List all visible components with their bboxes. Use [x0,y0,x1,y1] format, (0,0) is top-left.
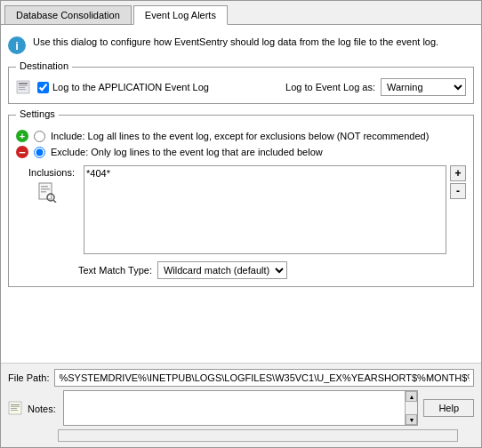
text-match-dropdown[interactable]: Wildcard match (default) Exact match Reg… [157,261,287,279]
settings-group: Settings Include: Log all lines to the e… [8,115,474,287]
bottom-area: File Path: Notes: ▲ ▼ Help [1,363,481,447]
svg-rect-6 [41,186,48,188]
destination-group: Destination Log to the APPLICATION Event… [8,67,474,104]
tab-event-log-alerts[interactable]: Event Log Alerts [133,5,228,25]
notes-hscroll-row [8,429,474,442]
tab-database-consolidation[interactable]: Database Consolidation [4,5,132,25]
file-path-row: File Path: [8,369,474,387]
notes-vscroll: ▲ ▼ [405,391,417,425]
add-inclusion-button[interactable]: + [450,165,466,181]
svg-rect-8 [41,191,46,193]
log-as-label: Log to Event Log as: Warning Information… [285,78,466,96]
log-as-dropdown[interactable]: Warning Information Error Success Audit … [381,78,466,96]
inclusions-textarea[interactable]: *404* [84,165,446,254]
exclude-radio[interactable] [34,147,45,158]
help-button[interactable]: Help [423,399,474,417]
svg-rect-14 [11,408,17,409]
svg-line-10 [53,200,56,203]
main-window: Database Consolidation Event Log Alerts … [0,0,482,448]
inclusions-row: Inclusions: *404* [16,165,466,254]
include-radio[interactable] [34,131,45,142]
app-event-log-checkbox-label[interactable]: Log to the APPLICATION Event Log [37,82,209,93]
inclusions-label: Inclusions: [16,167,78,178]
main-content: i Use this dialog to configure how Event… [1,25,481,363]
include-radio-row: Include: Log all lines to the event log,… [16,130,466,142]
notes-scroll-down[interactable]: ▼ [406,414,417,425]
text-area-col: *404* + - [84,165,466,254]
exclude-radio-row: Exclude: Only log lines to the event log… [16,146,466,158]
exclude-icon [16,146,28,158]
destination-row: Log to the APPLICATION Event Log Log to … [16,75,466,96]
app-event-log-checkbox[interactable] [37,82,49,93]
inclusions-label-col: Inclusions: [16,165,78,203]
notes-label: Notes: [28,402,58,414]
side-buttons: + - [450,165,466,254]
notes-scroll-up[interactable]: ▲ [406,391,417,402]
text-match-row: Text Match Type: Wildcard match (default… [16,261,466,279]
remove-inclusion-button[interactable]: - [450,183,466,199]
svg-rect-12 [11,404,20,405]
info-icon: i [8,36,26,54]
app-log-icon [16,80,30,94]
settings-title: Settings [16,108,59,119]
destination-title: Destination [16,60,72,71]
notes-textarea[interactable] [64,391,405,425]
info-text: Use this dialog to configure how EventSe… [33,36,438,49]
svg-rect-2 [19,85,28,86]
svg-rect-1 [19,83,28,84]
info-row: i Use this dialog to configure how Event… [8,32,474,58]
notes-hscroll[interactable] [58,429,458,442]
svg-rect-4 [19,89,26,90]
notes-row-bottom: Notes: ▲ ▼ Help [8,390,474,426]
file-path-input[interactable] [54,369,474,387]
svg-rect-15 [11,410,18,411]
tab-bar: Database Consolidation Event Log Alerts [1,1,481,25]
notes-icon [8,401,22,415]
svg-rect-7 [41,188,50,190]
settings-inner: Include: Log all lines to the event log,… [16,123,466,279]
svg-rect-3 [19,87,25,88]
svg-rect-13 [11,406,20,407]
notes-input-wrap: ▲ ▼ [63,390,418,426]
inclusions-search-icon [36,181,58,203]
file-path-label: File Path: [8,372,49,383]
include-icon [16,130,28,142]
